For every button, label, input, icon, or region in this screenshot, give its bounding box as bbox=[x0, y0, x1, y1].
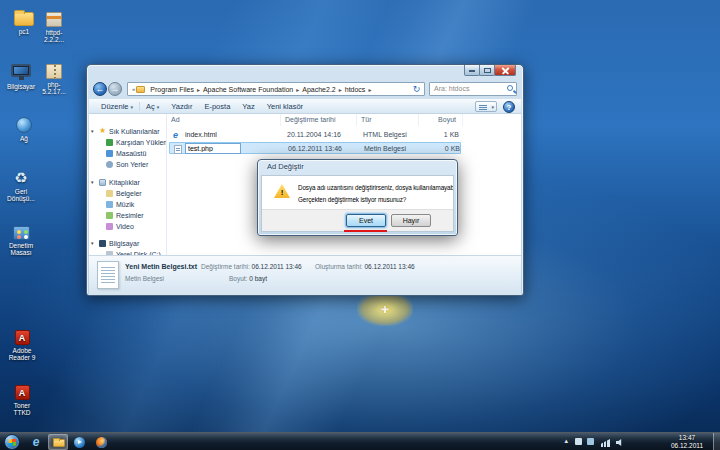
desktop-icon-computer[interactable]: Bilgisayar bbox=[4, 64, 38, 90]
desktop-icon-pc1[interactable]: pc1 bbox=[8, 12, 40, 35]
folder-icon bbox=[53, 439, 65, 447]
sidebar-item-recent-places[interactable]: Son Yerler bbox=[89, 159, 166, 170]
maximize-button[interactable] bbox=[479, 65, 495, 76]
desktop-icon-recycle-bin[interactable]: ♻ Geri Dönüşü... bbox=[4, 170, 38, 203]
desktop-icon-label: Adobe Reader 9 bbox=[6, 347, 38, 362]
tree-expand-icon[interactable]: ▾ bbox=[91, 126, 94, 137]
tree-expand-icon[interactable]: ▾ bbox=[91, 177, 94, 188]
chevron-right-icon[interactable]: ▸ bbox=[367, 86, 372, 93]
sidebar-item-downloads[interactable]: Karşıdan Yüklem... bbox=[89, 137, 166, 148]
column-header-date[interactable]: Değiştirme tarihi bbox=[281, 114, 357, 126]
desktop-icon-adobe-reader[interactable]: A Adobe Reader 9 bbox=[6, 330, 38, 362]
tree-expand-icon[interactable]: ▾ bbox=[91, 238, 94, 249]
recent-places-icon bbox=[106, 161, 113, 168]
text-document-icon bbox=[97, 261, 119, 289]
star-icon: ★ bbox=[99, 127, 106, 134]
refresh-button[interactable]: ↻ bbox=[410, 83, 423, 95]
search-input[interactable]: Ara: htdocs bbox=[429, 82, 517, 96]
forward-button[interactable]: → bbox=[108, 82, 122, 96]
sidebar-item-desktop[interactable]: Masaüstü bbox=[89, 148, 166, 159]
details-filename: Yeni Metin Belgesi.txt bbox=[125, 263, 197, 270]
print-button[interactable]: Yazdır bbox=[165, 102, 198, 111]
desktop: pc1 httpd-2.2.2... Bilgisayar php-5.2.17… bbox=[0, 0, 720, 450]
folder-icon bbox=[14, 12, 34, 26]
details-filetype: Metin Belgesi bbox=[125, 275, 164, 282]
volume-icon[interactable] bbox=[616, 439, 624, 446]
desktop-icon bbox=[106, 150, 113, 157]
archive-zip-icon bbox=[46, 64, 62, 79]
red-annotation-underline bbox=[344, 230, 387, 232]
tray-expand-icon[interactable]: ▴ bbox=[564, 437, 568, 445]
desktop-icon-label: Ağ bbox=[8, 135, 40, 142]
taskbar-clock[interactable]: 13:47 06.12.2011 bbox=[664, 434, 710, 450]
column-header-type[interactable]: Tür bbox=[357, 114, 419, 126]
sidebar-item-documents[interactable]: Belgeler bbox=[89, 188, 166, 199]
dialog-footer: Evet Hayır bbox=[262, 209, 453, 231]
video-icon bbox=[106, 223, 113, 230]
file-row-index-html[interactable]: e index.html 20.11.2004 14:16 HTML Belge… bbox=[169, 129, 461, 141]
desktop-icon-label: Toner TTKD bbox=[6, 402, 38, 417]
organize-menu[interactable]: Düzenle bbox=[95, 102, 139, 111]
column-headers: Ad Değiştirme tarihi Tür Boyut bbox=[167, 114, 521, 127]
sidebar-group-computer[interactable]: ▾ Bilgisayar bbox=[89, 238, 166, 249]
tray-app-icon[interactable] bbox=[587, 438, 594, 445]
details-size: Boyut: 0 bayt bbox=[229, 275, 267, 282]
taskbar-explorer-icon[interactable] bbox=[48, 434, 68, 450]
play-icon bbox=[74, 437, 85, 448]
installer-box-icon bbox=[46, 12, 62, 27]
rename-input[interactable] bbox=[185, 143, 241, 154]
no-button[interactable]: Hayır bbox=[391, 214, 431, 227]
sidebar-item-music[interactable]: Müzik bbox=[89, 199, 166, 210]
views-button[interactable]: ▾ bbox=[475, 101, 497, 112]
column-header-size[interactable]: Boyut bbox=[419, 114, 463, 126]
help-button[interactable]: ? bbox=[503, 101, 515, 113]
music-icon bbox=[106, 201, 113, 208]
desktop-icon-toner[interactable]: A Toner TTKD bbox=[6, 385, 38, 417]
taskbar: e ▴ 13:47 06.12.2011 bbox=[0, 432, 720, 450]
recycle-bin-icon: ♻ bbox=[4, 170, 38, 186]
new-folder-button[interactable]: Yeni klasör bbox=[261, 102, 309, 111]
click-highlight: ✚ bbox=[357, 292, 413, 326]
breadcrumb-segment[interactable]: htdocs bbox=[343, 86, 368, 93]
desktop-icon-network[interactable]: Ağ bbox=[8, 117, 40, 142]
tray-app-icon[interactable] bbox=[575, 438, 582, 445]
taskbar-ie-icon[interactable]: e bbox=[26, 434, 46, 450]
breadcrumb-segment[interactable]: Apache Software Foundation bbox=[201, 86, 295, 93]
control-panel-icon bbox=[13, 226, 30, 240]
close-button[interactable] bbox=[494, 65, 516, 76]
column-header-name[interactable]: Ad bbox=[167, 114, 281, 126]
text-file-icon bbox=[174, 145, 182, 154]
breadcrumb-segment[interactable]: Apache2.2 bbox=[300, 86, 337, 93]
network-status-icon[interactable] bbox=[601, 439, 610, 447]
sidebar-item-pictures[interactable]: Resimler bbox=[89, 210, 166, 221]
command-toolbar: Düzenle Aç Yazdır E-posta Yaz Yeni klasö… bbox=[89, 99, 521, 114]
file-date: 20.11.2004 14:16 bbox=[287, 129, 341, 141]
breadcrumb[interactable]: « Program Files ▸ Apache Software Founda… bbox=[127, 82, 425, 96]
start-button[interactable] bbox=[4, 434, 20, 450]
sidebar-group-libraries[interactable]: ▾ Kitaplıklar bbox=[89, 177, 166, 188]
show-desktop-button[interactable] bbox=[713, 433, 720, 450]
rename-dialog: Ad Değiştir ! Dosya adı uzantısını değiş… bbox=[257, 159, 458, 236]
email-button[interactable]: E-posta bbox=[198, 102, 236, 111]
file-size: 0 KB bbox=[406, 143, 460, 155]
sidebar-group-favorites[interactable]: ▾ ★ Sık Kullanılanlar bbox=[89, 126, 166, 137]
yes-button[interactable]: Evet bbox=[346, 214, 386, 227]
taskbar-media-player-icon[interactable] bbox=[70, 434, 90, 450]
desktop-icon-httpd-installer[interactable]: httpd-2.2.2... bbox=[38, 12, 70, 44]
taskbar-firefox-icon[interactable] bbox=[92, 434, 112, 450]
desktop-icon-label: Geri Dönüşü... bbox=[4, 188, 38, 203]
desktop-icon-control-panel[interactable]: Denetim Masası bbox=[2, 226, 40, 257]
burn-button[interactable]: Yaz bbox=[236, 102, 260, 111]
computer-monitor-icon bbox=[11, 64, 31, 77]
file-type: HTML Belgesi bbox=[363, 129, 407, 141]
desktop-icon-label: Bilgisayar bbox=[4, 83, 38, 90]
minimize-button[interactable] bbox=[464, 65, 480, 76]
file-row-test-php[interactable]: 06.12.2011 13:46 Metin Belgesi 0 KB bbox=[169, 142, 461, 154]
open-menu[interactable]: Aç bbox=[140, 102, 165, 111]
navigation-bar: ← → « Program Files ▸ Apache Software Fo… bbox=[89, 80, 521, 99]
back-button[interactable]: ← bbox=[93, 82, 107, 96]
sidebar-item-video[interactable]: Video bbox=[89, 221, 166, 232]
breadcrumb-segment[interactable]: Program Files bbox=[148, 86, 196, 93]
details-modified: Değiştirme tarihi: 06.12.2011 13:46 bbox=[201, 263, 302, 270]
desktop-icon-php-archive[interactable]: php-5.2.17... bbox=[38, 64, 70, 96]
